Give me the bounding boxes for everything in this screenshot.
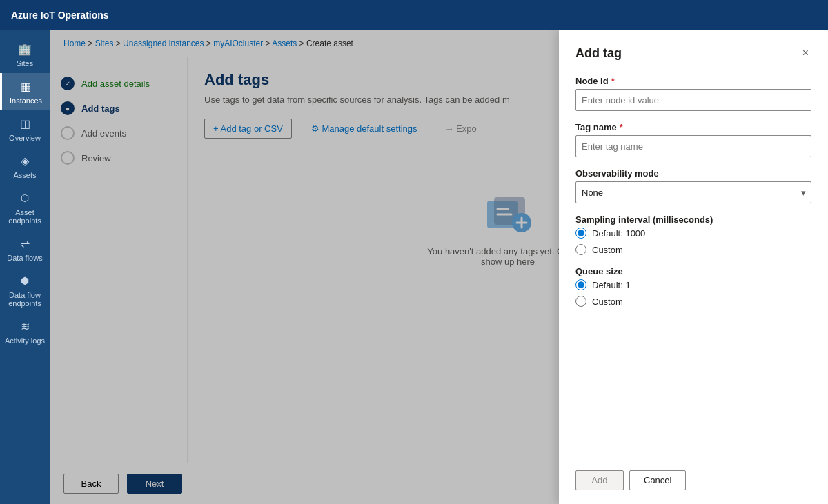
sidebar: Sites Instances Overview Assets Asset en… (0, 30, 50, 504)
sampling-custom-option[interactable]: Custom (575, 244, 811, 255)
app-title: Azure IoT Operations (11, 10, 109, 21)
queue-default-label: Default: 1 (592, 280, 631, 290)
queue-size-label: Queue size (575, 266, 811, 276)
node-id-required: * (611, 76, 615, 86)
sidebar-label-dataflows: Data flows (7, 254, 42, 262)
sampling-interval-label: Sampling interval (milliseconds) (575, 214, 811, 225)
sampling-custom-radio[interactable] (575, 244, 586, 255)
panel-footer: Add Cancel (575, 470, 811, 490)
node-id-field-group: Node Id * (575, 76, 811, 111)
dataflows-icon (17, 236, 32, 251)
sampling-default-option[interactable]: Default: 1000 (575, 228, 811, 239)
sidebar-item-instances[interactable]: Instances (0, 73, 50, 110)
activity-icon (17, 319, 32, 334)
sites-icon (17, 41, 32, 57)
sidebar-label-assets: Assets (13, 171, 36, 179)
queue-custom-label: Custom (592, 296, 623, 307)
sampling-custom-label: Custom (592, 245, 623, 255)
tag-name-field-group: Tag name * (575, 122, 811, 157)
node-id-input[interactable] (575, 89, 811, 111)
sidebar-item-activity-logs[interactable]: Activity logs (0, 313, 50, 350)
observability-mode-select[interactable]: None Gauge Counter Histogram Log (575, 181, 811, 203)
add-tag-panel: Add tag × Node Id * Tag name * (559, 30, 828, 504)
sidebar-item-assets[interactable]: Assets (0, 148, 50, 185)
sidebar-label-sites: Sites (17, 59, 33, 68)
observability-mode-field-group: Observability mode None Gauge Counter Hi… (575, 168, 811, 203)
sidebar-item-sites[interactable]: Sites (0, 36, 50, 73)
top-nav-bar: Azure IoT Operations (0, 0, 828, 30)
sampling-interval-field-group: Sampling interval (milliseconds) Default… (575, 214, 811, 255)
sidebar-item-overview[interactable]: Overview (0, 110, 50, 148)
tag-name-label: Tag name * (575, 122, 811, 132)
sampling-default-radio[interactable] (575, 228, 586, 239)
queue-size-radio-group: Default: 1 Custom (575, 279, 811, 307)
sidebar-label-endpoints: Asset endpoints (3, 208, 47, 225)
observability-mode-label: Observability mode (575, 168, 811, 179)
cancel-button[interactable]: Cancel (629, 470, 686, 490)
sidebar-item-data-flows[interactable]: Data flows (0, 230, 50, 268)
sidebar-item-data-flow-endpoints[interactable]: Data flow endpoints (0, 268, 50, 313)
tag-name-input[interactable] (575, 135, 811, 157)
sampling-default-label: Default: 1000 (592, 228, 645, 239)
sidebar-label-activity: Activity logs (5, 336, 45, 345)
observability-mode-select-wrapper: None Gauge Counter Histogram Log ▾ (575, 181, 811, 203)
overview-icon (17, 116, 32, 131)
sidebar-item-asset-endpoints[interactable]: Asset endpoints (0, 185, 50, 230)
sidebar-label-overview: Overview (9, 134, 41, 142)
panel-close-button[interactable]: × (800, 44, 811, 62)
assets-icon (17, 153, 32, 168)
queue-custom-radio[interactable] (575, 296, 586, 307)
endpoints-icon (17, 190, 32, 205)
queue-size-field-group: Queue size Default: 1 Custom (575, 266, 811, 307)
sidebar-label-dfendpoints: Data flow endpoints (3, 291, 47, 308)
sampling-interval-radio-group: Default: 1000 Custom (575, 228, 811, 255)
node-id-label: Node Id * (575, 76, 811, 86)
panel-header: Add tag × (575, 44, 811, 62)
add-button[interactable]: Add (575, 470, 624, 490)
panel-title: Add tag (575, 46, 622, 61)
tag-name-required: * (620, 122, 623, 132)
queue-custom-option[interactable]: Custom (575, 296, 811, 307)
sidebar-label-instances: Instances (10, 97, 42, 105)
instances-icon (19, 79, 34, 94)
main-content: Home > Sites > Unassigned instances > my… (50, 30, 828, 504)
dfendpoints-icon (17, 273, 32, 288)
queue-default-option[interactable]: Default: 1 (575, 279, 811, 290)
queue-default-radio[interactable] (575, 279, 586, 290)
